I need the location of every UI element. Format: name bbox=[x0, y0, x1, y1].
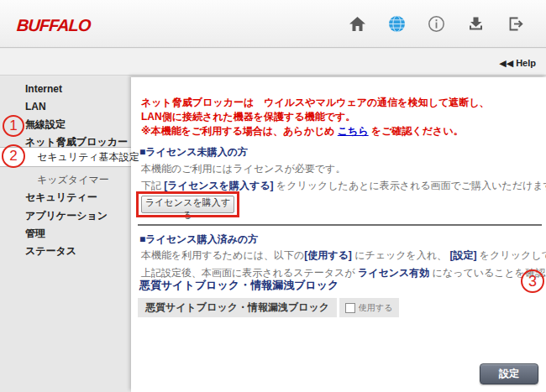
intro-text: ネット脅威ブロッカーは ウイルスやマルウェアの通信を検知して遮断し、 LAN側に… bbox=[141, 96, 489, 139]
purchased-heading: ■ライセンス購入済みの方 bbox=[139, 233, 258, 247]
sidebar-item-lan[interactable]: LAN bbox=[25, 98, 46, 116]
intro-note-prefix: ※本機能をご利用する場合は、あらかじめ bbox=[141, 125, 338, 137]
sidebar-item-kids-timer[interactable]: キッズタイマー bbox=[37, 171, 109, 189]
purchased-line1-mid: にチェックを入れ、 bbox=[352, 249, 450, 261]
topbar-icon-group bbox=[349, 15, 524, 33]
kochira-link[interactable]: こちら bbox=[338, 125, 369, 137]
intro-line2: LAN側に接続された機器を保護する機能です。 bbox=[141, 111, 355, 123]
unpurchased-line2-suffix: をクリックしたあとに表示される画面でご購入いただけます。 bbox=[274, 180, 546, 191]
sidebar-item-security[interactable]: セキュリティー bbox=[25, 189, 97, 206]
purchased-line1-bold2: [設定] bbox=[449, 249, 476, 261]
use-checkbox[interactable] bbox=[345, 303, 355, 313]
annotation-step-3: 3 bbox=[521, 269, 544, 293]
main-content-panel: ネット脅威ブロッカーは ウイルスやマルウェアの通信を検知して遮断し、 LAN側に… bbox=[131, 77, 546, 392]
top-bar: BUFFALO bbox=[0, 0, 546, 48]
sidebar-item-status[interactable]: ステータス bbox=[25, 243, 76, 260]
section-divider bbox=[138, 224, 542, 226]
home-icon[interactable] bbox=[349, 15, 366, 33]
globe-icon[interactable] bbox=[388, 15, 406, 33]
logout-icon[interactable] bbox=[507, 15, 524, 33]
malicious-site-block-row: 悪質サイトブロック・情報漏洩ブロック 使用する bbox=[138, 298, 399, 317]
download-icon[interactable] bbox=[467, 15, 485, 33]
malicious-site-block-label: 悪質サイトブロック・情報漏洩ブロック bbox=[138, 298, 337, 317]
sidebar-item-applications[interactable]: アプリケーション bbox=[25, 207, 108, 225]
sidebar-item-admin[interactable]: 管理 bbox=[25, 225, 45, 243]
purchased-line2-prefix: 上記設定後、本画面に表示されるステータスが bbox=[141, 267, 358, 279]
intro-line1: ネット脅威ブロッカーは ウイルスやマルウェアの通信を検知して遮断し、 bbox=[141, 97, 489, 108]
unpurchased-line2-bold: [ライセンスを購入する] bbox=[164, 180, 273, 191]
buffalo-logo: BUFFALO bbox=[16, 16, 91, 35]
help-link[interactable]: ◀◀ Help bbox=[499, 58, 536, 69]
annotation-highlight-box bbox=[136, 191, 239, 217]
annotation-step-2: 2 bbox=[2, 144, 25, 168]
sidebar-item-wireless[interactable]: 無線設定 bbox=[25, 116, 66, 133]
use-checkbox-label: 使用する bbox=[359, 302, 392, 314]
purchased-line1-bold1: [使用する] bbox=[304, 249, 352, 261]
unpurchased-heading: ■ライセンス未購入の方 bbox=[139, 145, 248, 159]
intro-note-suffix: をご確認ください。 bbox=[369, 125, 464, 137]
purchased-line1-suffix: をクリックしてください。 bbox=[476, 249, 546, 261]
info-icon[interactable] bbox=[428, 15, 445, 33]
help-bar: ◀◀ Help bbox=[0, 49, 546, 76]
purchased-line2-bold: ライセンス有効 bbox=[358, 267, 429, 279]
purchased-line1-prefix: 本機能を利用するためには、以下の bbox=[141, 249, 304, 261]
unpurchased-line1: 本機能のご利用にはライセンスが必要です。 bbox=[141, 162, 345, 176]
annotation-step-1: 1 bbox=[3, 115, 24, 137]
sidebar-item-internet[interactable]: Internet bbox=[25, 81, 62, 98]
unpurchased-line2-prefix: 下記 bbox=[141, 180, 164, 191]
apply-settings-button[interactable]: 設定 bbox=[480, 363, 538, 384]
use-checkbox-cell: 使用する bbox=[339, 298, 398, 317]
purchased-line1: 本機能を利用するためには、以下の[使用する] にチェックを入れ、 [設定] をク… bbox=[141, 248, 546, 263]
block-heading: 悪質サイトブロック・情報漏洩ブロック bbox=[139, 278, 339, 293]
sidebar-item-security-basic-settings[interactable]: セキュリティ基本設定 bbox=[37, 149, 139, 166]
